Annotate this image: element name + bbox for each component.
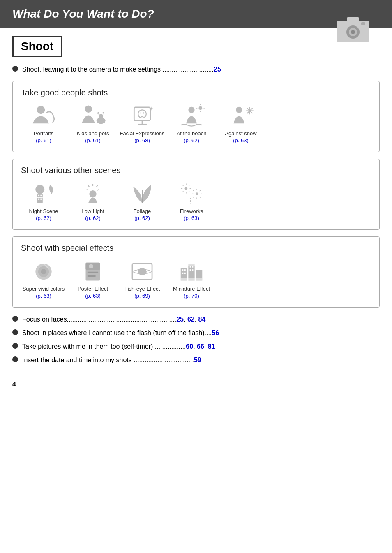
fireworks-label: Fireworks (180, 208, 203, 215)
bullet-dot (12, 316, 18, 322)
beach-label: At the beach (177, 130, 207, 137)
page-ref-56[interactable]: 56 (212, 329, 219, 336)
icon-poster: Poster Effect (p. 63) (70, 259, 115, 299)
page-ref-81[interactable]: 81 (208, 343, 215, 350)
svg-line-56 (193, 190, 194, 191)
kids-pets-icon (78, 104, 107, 129)
fisheye-page[interactable]: (p. 69) (134, 293, 150, 299)
vivid-page[interactable]: (p. 63) (36, 293, 51, 299)
fireworks-page[interactable]: (p. 63) (184, 215, 199, 221)
page-ref-25[interactable]: 25 (214, 66, 221, 73)
page-ref-84[interactable]: 84 (198, 316, 206, 323)
miniature-page[interactable]: (p. 70) (184, 293, 199, 299)
icon-fisheye: Fish-eye Effect (p. 69) (120, 259, 165, 299)
camera-icon (334, 12, 371, 46)
svg-rect-71 (88, 275, 96, 277)
vivid-label: Super vivid colors (23, 286, 65, 293)
poster-page[interactable]: (p. 63) (85, 293, 101, 299)
bullet-item-focus: Focus on faces..........................… (12, 314, 380, 324)
snow-page[interactable]: (p. 63) (233, 137, 249, 143)
effects-icon-grid: Super vivid colors (p. 63) Poster Effect… (21, 259, 371, 299)
beach-page[interactable]: (p. 62) (184, 137, 199, 143)
night-label: Night Scene (29, 208, 58, 215)
svg-point-16 (188, 107, 194, 113)
icon-facial: Facial Expressions (p. 68) (120, 104, 165, 143)
svg-line-50 (182, 191, 183, 192)
snow-label: Against snow (225, 130, 256, 137)
svg-line-48 (189, 191, 189, 192)
section-people: Take good people shots Portraits (p. 61) (12, 81, 380, 152)
icon-portraits: Portraits (p. 61) (21, 104, 66, 143)
bullet-dot (12, 66, 18, 72)
svg-line-37 (97, 185, 98, 187)
icon-lowlight: Low Light (p. 62) (70, 182, 115, 221)
section-people-title: Take good people shots (21, 88, 371, 97)
svg-point-60 (190, 200, 191, 202)
foliage-label: Foliage (134, 208, 151, 215)
portraits-page[interactable]: (p. 61) (36, 137, 51, 143)
svg-point-7 (85, 106, 92, 113)
facial-icon (128, 104, 157, 129)
page-ref-60[interactable]: 60 (186, 343, 193, 350)
svg-rect-10 (134, 107, 150, 121)
page-ref-62[interactable]: 62 (187, 316, 195, 323)
icon-miniature: Miniature Effect (p. 70) (169, 259, 214, 299)
portraits-icon (29, 104, 58, 129)
snow-icon (226, 104, 255, 129)
svg-point-74 (138, 268, 147, 275)
svg-rect-33 (38, 199, 39, 200)
svg-line-58 (200, 190, 201, 191)
lowlight-page[interactable]: (p. 62) (85, 215, 101, 221)
svg-rect-87 (181, 278, 203, 281)
svg-point-6 (37, 106, 45, 114)
svg-point-42 (185, 187, 188, 190)
svg-rect-78 (182, 269, 183, 271)
page-ref-59[interactable]: 59 (194, 356, 201, 363)
page-title: What Do You Want to Do? (12, 7, 380, 21)
svg-rect-34 (40, 199, 42, 200)
svg-point-8 (97, 118, 106, 124)
svg-rect-81 (184, 273, 186, 274)
page-header: What Do You Want to Do? (0, 0, 392, 28)
svg-rect-5 (361, 22, 365, 25)
svg-point-51 (196, 193, 198, 196)
bullet-item-selftimer: Take pictures with me in them too (self-… (12, 341, 380, 352)
svg-rect-82 (190, 266, 191, 268)
page-ref-25b[interactable]: 25 (176, 316, 184, 323)
bullet-dot (12, 356, 18, 362)
bullet-item-shoot: Shoot, leaving it to the camera to make … (12, 64, 380, 74)
bullet-dot (12, 329, 18, 335)
lowlight-label: Low Light (81, 208, 104, 215)
svg-rect-32 (40, 195, 42, 196)
svg-point-14 (140, 113, 141, 114)
foliage-icon (128, 181, 157, 206)
camera-svg (334, 12, 371, 44)
icon-fireworks: Fireworks (p. 63) (169, 182, 214, 221)
people-icon-grid: Portraits (p. 61) Kids and pets (21, 104, 371, 143)
fisheye-icon (128, 259, 157, 284)
svg-line-38 (88, 185, 89, 187)
beach-icon (177, 104, 206, 129)
shoot-section-label: Shoot (12, 36, 62, 57)
section-effects: Shoot with special effects Super vivid c… (12, 236, 380, 308)
svg-point-22 (236, 107, 242, 113)
svg-point-4 (351, 30, 355, 34)
kids-pets-page[interactable]: (p. 61) (85, 137, 101, 143)
svg-rect-80 (182, 273, 183, 274)
night-page[interactable]: (p. 62) (36, 215, 51, 221)
svg-rect-31 (38, 195, 39, 196)
svg-rect-86 (181, 264, 203, 266)
section-scenes: Shoot various other scenes (12, 159, 380, 230)
foliage-page[interactable]: (p. 62) (134, 215, 150, 221)
svg-rect-1 (347, 17, 359, 22)
scenes-icon-grid: Night Scene (p. 62) (21, 182, 371, 221)
miniature-icon (177, 259, 206, 284)
page-ref-66[interactable]: 66 (197, 343, 204, 350)
svg-point-67 (41, 269, 46, 274)
bullet-dot (12, 343, 18, 349)
icon-snow: Against snow (p. 63) (218, 104, 263, 143)
section-scenes-title: Shoot various other scenes (21, 166, 371, 175)
svg-line-49 (189, 185, 189, 186)
facial-page[interactable]: (p. 68) (134, 137, 150, 143)
icon-night: Night Scene (p. 62) (21, 182, 66, 221)
